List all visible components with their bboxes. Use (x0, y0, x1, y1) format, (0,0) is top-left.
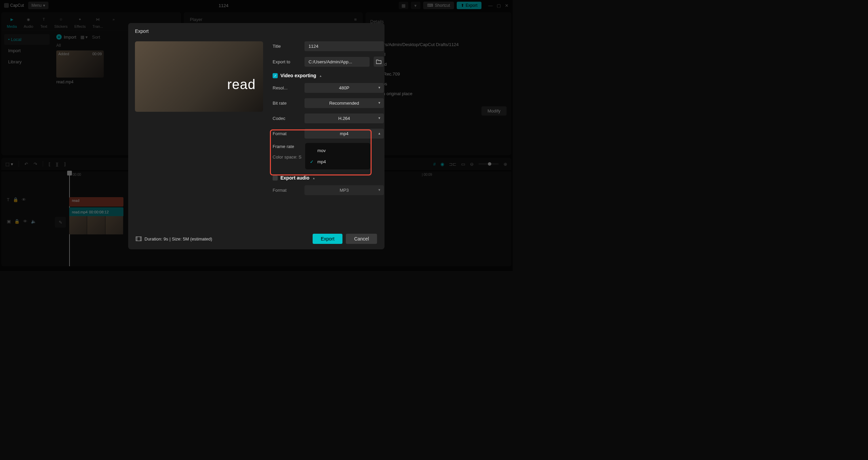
codec-select[interactable]: H.264 (304, 113, 384, 123)
export-form: Title Export to ✓ Video exporting ▴ Reso… (273, 41, 384, 228)
export-audio-toggle[interactable]: Export audio ▴ (273, 175, 384, 181)
format-option-mov[interactable]: mov (305, 145, 370, 156)
modal-footer: Duration: 9s | Size: 5M (estimated) Expo… (128, 228, 384, 249)
modal-cancel-button[interactable]: Cancel (346, 234, 377, 244)
audio-format-label: Format (273, 188, 300, 193)
export-modal: Export read Title Export to ✓ Video e (128, 23, 384, 249)
folder-icon (376, 59, 381, 64)
exportto-label: Export to (273, 59, 300, 64)
footer-info-text: Duration: 9s | Size: 5M (estimated) (144, 236, 212, 242)
resolution-label: Resol... (273, 85, 300, 90)
format-option-mp4[interactable]: mp4 (305, 156, 370, 167)
modal-title: Export (128, 23, 384, 39)
audio-format-select[interactable]: MP3 (304, 185, 384, 195)
format-dropdown: mov mp4 (305, 143, 370, 169)
exportto-input[interactable] (304, 57, 370, 67)
video-exporting-toggle[interactable]: ✓ Video exporting ▴ (273, 73, 384, 78)
checkbox-checked-icon: ✓ (273, 73, 278, 78)
checkbox-empty-icon (273, 175, 278, 181)
collapse-icon: ▴ (313, 176, 315, 180)
svg-rect-0 (136, 237, 141, 241)
collapse-icon: ▴ (320, 74, 321, 78)
title-input[interactable] (304, 41, 384, 51)
resolution-select[interactable]: 480P (304, 83, 384, 93)
bitrate-select[interactable]: Recommended (304, 98, 384, 108)
title-label: Title (273, 44, 300, 49)
modal-export-button[interactable]: Export (313, 234, 342, 244)
preview-overlay-text: read (227, 77, 256, 92)
codec-label: Codec (273, 116, 300, 121)
bitrate-label: Bit rate (273, 101, 300, 106)
folder-button[interactable] (374, 57, 384, 67)
export-preview: read (135, 41, 263, 112)
film-icon (136, 236, 142, 241)
